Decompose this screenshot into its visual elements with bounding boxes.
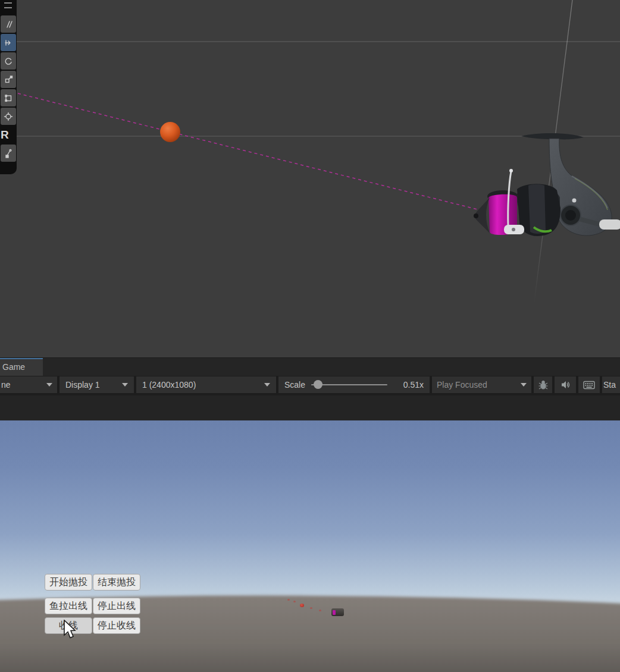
reel-bail-joint bbox=[512, 228, 515, 231]
bobber-in-game bbox=[300, 604, 304, 607]
chevron-down-icon bbox=[46, 383, 52, 387]
game-view-toolbar: ne Display 1 1 (2400x1080) Scale 0.51x P… bbox=[0, 376, 620, 394]
display-dropdown[interactable]: Display 1 bbox=[60, 376, 134, 393]
mute-audio-button[interactable] bbox=[555, 376, 576, 393]
scale-label: Scale bbox=[284, 380, 305, 390]
scale-control: Scale 0.51x bbox=[278, 376, 430, 393]
chevron-down-icon bbox=[521, 383, 527, 387]
overlay-drag-handle[interactable] bbox=[4, 2, 12, 8]
resolution-dropdown-label: 1 (2400x1080) bbox=[142, 380, 196, 390]
tab-game-label: Game bbox=[2, 362, 25, 372]
line-trail-dot bbox=[293, 601, 296, 602]
game-camera-dropdown[interactable]: ne bbox=[0, 376, 57, 393]
rect-tool-icon bbox=[4, 93, 13, 103]
mouse-cursor bbox=[62, 620, 76, 641]
line-trail-dot bbox=[310, 607, 312, 609]
panel-tab-strip: Game bbox=[0, 358, 620, 376]
stop-reel-in-button[interactable]: 停止收线 bbox=[93, 617, 140, 634]
scale-square-icon bbox=[4, 75, 13, 84]
end-cast-button[interactable]: 结束抛投 bbox=[93, 574, 140, 591]
stop-line-out-button[interactable]: 停止出线 bbox=[93, 598, 140, 614]
reel-in-game bbox=[331, 608, 344, 616]
custom-tool-icon bbox=[4, 149, 13, 158]
scene-viewport[interactable]: R bbox=[0, 0, 620, 358]
unity-editor-window: R Game ne Display 1 1 (2400x1080) Scal bbox=[0, 0, 620, 672]
bug-icon bbox=[538, 380, 549, 390]
start-cast-label: 开始抛投 bbox=[49, 576, 87, 589]
reel-flange-tip bbox=[474, 213, 478, 218]
rotate-circle-icon bbox=[4, 56, 13, 66]
reel-screw bbox=[572, 199, 577, 203]
start-cast-button[interactable]: 开始抛投 bbox=[45, 574, 92, 591]
resolution-dropdown[interactable]: 1 (2400x1080) bbox=[136, 376, 276, 393]
keyboard-shortcuts-button[interactable] bbox=[578, 376, 600, 393]
chevron-down-icon bbox=[122, 383, 128, 387]
transform-tool-button[interactable] bbox=[1, 108, 16, 125]
play-behavior-dropdown[interactable]: Play Focused bbox=[432, 376, 531, 393]
debug-button[interactable] bbox=[534, 376, 552, 393]
scale-value: 0.51x bbox=[403, 380, 424, 390]
fishing-reel-model[interactable] bbox=[472, 131, 620, 241]
end-cast-label: 结束抛投 bbox=[98, 576, 136, 589]
reel-handle-grip bbox=[599, 219, 620, 230]
fish-pull-line-label: 鱼拉出线 bbox=[49, 600, 87, 613]
scale-tool-button[interactable] bbox=[1, 71, 16, 88]
scene-tools-overlay: R bbox=[0, 0, 17, 174]
game-viewport[interactable]: 开始抛投 结束抛投 鱼拉出线 停止出线 收线 停止收线 bbox=[0, 420, 620, 672]
line-trail-dot bbox=[319, 610, 321, 611]
display-dropdown-label: Display 1 bbox=[65, 380, 100, 390]
rotate-tool-button[interactable] bbox=[1, 52, 16, 70]
reel-bail-cap bbox=[509, 169, 513, 172]
move-arrow-icon bbox=[4, 38, 13, 48]
stats-button[interactable]: Sta bbox=[603, 376, 620, 393]
hand-tool-icon bbox=[4, 20, 13, 29]
overlay-label-r: R bbox=[0, 126, 17, 143]
play-behavior-label: Play Focused bbox=[437, 380, 487, 390]
scale-slider[interactable] bbox=[311, 384, 387, 385]
custom-tool-button[interactable] bbox=[1, 145, 16, 162]
reel-rotor-sheen bbox=[528, 184, 546, 234]
keyboard-icon bbox=[583, 381, 595, 390]
view-tool-button[interactable] bbox=[1, 15, 16, 33]
toolbar-separator bbox=[600, 376, 602, 393]
speaker-icon bbox=[560, 380, 571, 390]
stats-label: Sta bbox=[603, 380, 616, 390]
reel-handle-axle bbox=[565, 210, 576, 221]
game-camera-dropdown-label: ne bbox=[1, 380, 11, 390]
fishing-line bbox=[18, 93, 477, 209]
bobber-sphere[interactable] bbox=[160, 122, 180, 142]
chevron-down-icon bbox=[264, 383, 270, 387]
game-view-letterbox bbox=[0, 395, 620, 420]
fish-pull-line-button[interactable]: 鱼拉出线 bbox=[45, 598, 92, 614]
reel-in-game-spool bbox=[333, 610, 336, 615]
rect-tool-button[interactable] bbox=[1, 89, 16, 106]
transform-gizmo-icon bbox=[4, 112, 13, 121]
line-trail-dot bbox=[287, 599, 290, 601]
tab-game[interactable]: Game bbox=[0, 358, 43, 376]
scale-slider-knob[interactable] bbox=[314, 380, 322, 389]
stop-line-out-label: 停止出线 bbox=[98, 600, 136, 613]
stop-reel-in-label: 停止收线 bbox=[98, 620, 136, 632]
move-tool-button[interactable] bbox=[1, 34, 16, 51]
